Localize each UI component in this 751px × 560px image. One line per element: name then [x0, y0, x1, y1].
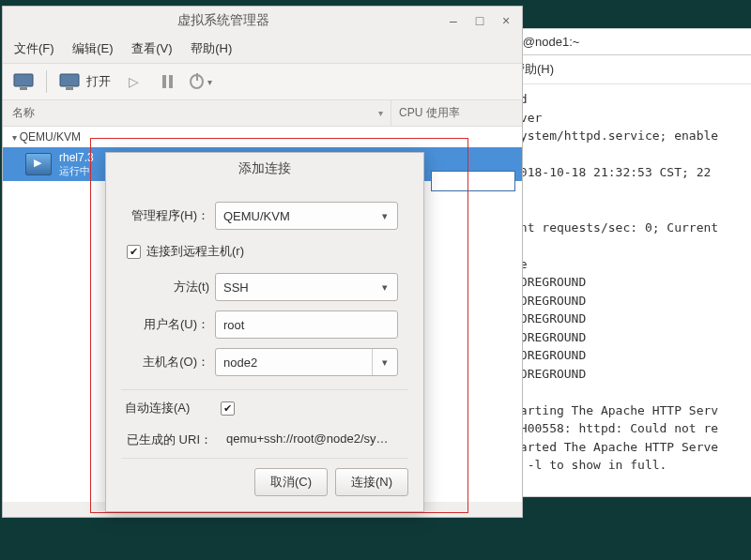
cancel-button[interactable]: 取消(C): [254, 468, 328, 496]
window-title: 虚拟系统管理器: [10, 12, 436, 29]
remote-label: 连接到远程主机(r): [146, 243, 244, 260]
shutdown-icon[interactable]: ▾: [190, 71, 212, 92]
vm-state: 运行中: [59, 165, 94, 177]
new-vm-icon[interactable]: [12, 71, 35, 92]
hostname-label: 主机名(O)：: [121, 354, 215, 371]
toolbar: 打开 ▷ ▾: [3, 63, 522, 100]
username-label: 用户名(U)：: [121, 316, 215, 333]
column-cpu[interactable]: CPU 使用率: [391, 100, 522, 126]
svg-rect-1: [20, 87, 27, 90]
menu-view[interactable]: 查看(V): [131, 41, 172, 55]
terminal-window: ot@node1:~ 帮助(H) od rver system/httpd.se…: [502, 28, 751, 497]
run-icon[interactable]: ▷: [122, 71, 145, 92]
vm-name: rhel7.3: [59, 151, 94, 164]
minimize-button[interactable]: –: [445, 12, 462, 29]
toolbar-separator: [46, 70, 47, 93]
svg-rect-2: [60, 74, 79, 86]
close-button[interactable]: ×: [498, 12, 514, 29]
method-combo[interactable]: SSH: [215, 273, 398, 301]
terminal-menu-help[interactable]: 帮助(H): [503, 55, 751, 84]
open-vm-button[interactable]: 打开: [58, 72, 111, 91]
hypervisor-combo[interactable]: QEMU/KVM: [215, 202, 398, 230]
maximize-button[interactable]: □: [471, 12, 488, 29]
terminal-body: od rver system/httpd.service; enable 201…: [503, 84, 751, 480]
remote-checkbox[interactable]: ✔: [127, 245, 141, 259]
connect-button[interactable]: 连接(N): [335, 468, 408, 496]
column-headers: 名称 ▾ CPU 使用率: [3, 100, 522, 127]
connection-row[interactable]: QEMU/KVM: [3, 127, 522, 147]
hostname-value[interactable]: node2: [216, 349, 373, 375]
hostname-dropdown-icon[interactable]: ▾: [373, 356, 397, 369]
menubar: 文件(F) 编辑(E) 查看(V) 帮助(H): [3, 35, 522, 63]
menu-help[interactable]: 帮助(H): [191, 41, 232, 55]
terminal-title: ot@node1:~: [503, 29, 751, 55]
svg-rect-3: [66, 87, 73, 90]
vm-running-icon: [25, 153, 52, 175]
method-label: 方法(t): [121, 279, 215, 295]
autoconnect-checkbox[interactable]: ✔: [221, 401, 235, 416]
svg-rect-0: [14, 74, 33, 86]
add-connection-dialog: 添加连接 管理程序(H)： QEMU/KVM ✔ 连接到远程主机(r) 方法(t…: [105, 152, 424, 512]
autoconnect-label: 自动连接(A): [121, 400, 221, 416]
generated-uri-value: qemu+ssh://root@node2/sy…: [226, 431, 408, 448]
hypervisor-label: 管理程序(H)：: [121, 207, 215, 224]
generated-uri-label: 已生成的 URI：: [127, 431, 226, 448]
menu-edit[interactable]: 编辑(E): [72, 41, 113, 55]
column-name[interactable]: 名称 ▾: [3, 105, 391, 121]
pause-icon[interactable]: [156, 71, 178, 92]
sort-arrow-icon: ▾: [378, 108, 383, 118]
username-entry[interactable]: root: [215, 310, 398, 339]
hostname-combo-entry[interactable]: node2 ▾: [215, 348, 398, 376]
selection-highlight: [431, 171, 515, 191]
dialog-title: 添加连接: [106, 153, 423, 185]
titlebar[interactable]: 虚拟系统管理器 – □ ×: [3, 7, 522, 35]
menu-file[interactable]: 文件(F): [14, 41, 54, 55]
open-label: 打开: [86, 73, 111, 90]
